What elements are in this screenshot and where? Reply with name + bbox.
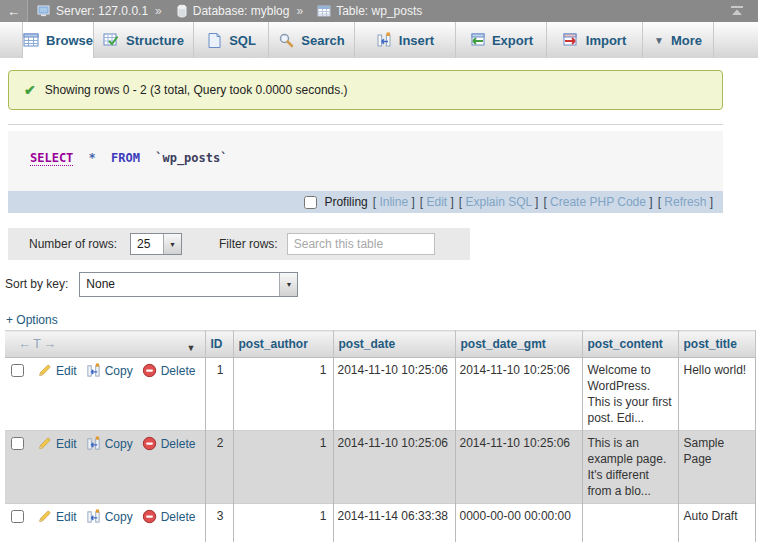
results-table: ▼ ←T→ ID post_author post_date post_date… bbox=[5, 330, 756, 542]
profiling-checkbox[interactable] bbox=[304, 196, 317, 209]
server-icon bbox=[37, 5, 51, 18]
copy-icon bbox=[86, 363, 101, 378]
section-divider bbox=[8, 124, 723, 125]
column-move-icon[interactable]: ←T→ bbox=[18, 336, 58, 351]
sort-desc-icon[interactable]: ▼ bbox=[187, 343, 196, 353]
delete-link[interactable]: Delete bbox=[142, 363, 196, 378]
tab-label: More bbox=[671, 33, 702, 48]
breadcrumb-database[interactable]: Database: myblog bbox=[193, 4, 290, 18]
breadcrumb-server[interactable]: Server: 127.0.0.1 bbox=[56, 4, 148, 18]
breadcrumb-separator: » bbox=[155, 4, 162, 18]
cell-id[interactable]: 3 bbox=[205, 504, 233, 542]
options-toggle[interactable]: + Options bbox=[6, 313, 58, 327]
browse-icon bbox=[23, 32, 39, 48]
cell-id[interactable]: 1 bbox=[205, 358, 233, 431]
sort-by-key-row: Sort by key: None ▼ bbox=[5, 271, 298, 297]
row-select-checkbox[interactable] bbox=[11, 510, 24, 523]
sql-icon bbox=[206, 32, 222, 48]
cell-post-date-gmt[interactable]: 2014-11-10 10:25:06 bbox=[455, 358, 582, 431]
cell-actions: Edit Copy Dele bbox=[5, 431, 205, 504]
rows-per-page-select[interactable]: 25 ▼ bbox=[130, 233, 182, 255]
row-select-checkbox[interactable] bbox=[11, 437, 24, 450]
cell-post-author[interactable]: 1 bbox=[233, 358, 333, 431]
rows-per-page-value: 25 bbox=[131, 234, 163, 254]
tab-more[interactable]: ▼ More bbox=[643, 22, 714, 58]
cell-post-date[interactable]: 2014-11-14 06:33:38 bbox=[333, 504, 455, 542]
collapse-icon[interactable] bbox=[729, 5, 745, 18]
structure-icon bbox=[103, 32, 119, 48]
table-row: Edit Copy Dele bbox=[5, 504, 755, 542]
cell-id[interactable]: 2 bbox=[205, 431, 233, 504]
cell-post-date[interactable]: 2014-11-10 10:25:06 bbox=[333, 431, 455, 504]
success-message: ✔ Showing rows 0 - 2 (3 total, Query too… bbox=[8, 70, 723, 110]
cell-post-date-gmt[interactable]: 2014-11-10 10:25:06 bbox=[455, 431, 582, 504]
tab-search[interactable]: Search bbox=[269, 22, 355, 58]
cell-post-title[interactable]: Auto Draft bbox=[678, 504, 755, 542]
cell-post-date[interactable]: 2014-11-10 10:25:06 bbox=[333, 358, 455, 431]
check-icon: ✔ bbox=[24, 82, 36, 98]
tab-bar: Browse Structure SQL Search bbox=[0, 22, 758, 58]
column-header-actions: ▼ ←T→ bbox=[5, 331, 205, 358]
inline-link[interactable]: Inline bbox=[379, 195, 408, 209]
sort-by-key-label: Sort by key: bbox=[5, 277, 68, 291]
edit-link[interactable]: Edit bbox=[37, 436, 77, 451]
table-header-row: ▼ ←T→ ID post_author post_date post_date… bbox=[5, 331, 755, 358]
edit-link[interactable]: Edit bbox=[37, 363, 77, 378]
chevron-down-icon: ▼ bbox=[279, 273, 297, 296]
query-toolbar: Profiling Inline Edit Explain SQL Create… bbox=[8, 191, 723, 213]
breadcrumb-table[interactable]: Table: wp_posts bbox=[336, 4, 422, 18]
refresh-link[interactable]: Refresh bbox=[664, 195, 706, 209]
tab-export[interactable]: Export bbox=[456, 22, 547, 58]
tab-insert[interactable]: Insert bbox=[355, 22, 456, 58]
sql-keyword-from: FROM bbox=[111, 151, 140, 165]
filter-rows-label: Filter rows: bbox=[219, 237, 278, 251]
tab-structure[interactable]: Structure bbox=[94, 22, 194, 58]
copy-link[interactable]: Copy bbox=[86, 509, 133, 524]
tab-label: Structure bbox=[126, 33, 184, 48]
edit-icon bbox=[37, 509, 52, 524]
copy-link[interactable]: Copy bbox=[86, 363, 133, 378]
cell-post-author[interactable]: 1 bbox=[233, 504, 333, 542]
tab-label: SQL bbox=[229, 33, 256, 48]
tab-label: Export bbox=[492, 33, 533, 48]
table-icon bbox=[317, 5, 331, 17]
sort-by-key-select[interactable]: None ▼ bbox=[79, 272, 298, 297]
back-button[interactable]: ← bbox=[0, 0, 28, 22]
search-icon bbox=[278, 32, 294, 48]
copy-link[interactable]: Copy bbox=[86, 436, 133, 451]
tab-sql[interactable]: SQL bbox=[194, 22, 269, 58]
delete-icon bbox=[142, 509, 157, 524]
column-header-post-date[interactable]: post_date bbox=[333, 331, 455, 358]
delete-link[interactable]: Delete bbox=[142, 509, 196, 524]
create-php-code-link[interactable]: Create PHP Code bbox=[550, 195, 646, 209]
copy-icon bbox=[86, 509, 101, 524]
cell-post-date-gmt[interactable]: 0000-00-00 00:00:00 bbox=[455, 504, 582, 542]
cell-post-author[interactable]: 1 bbox=[233, 431, 333, 504]
tab-browse[interactable]: Browse bbox=[22, 22, 94, 58]
column-header-id[interactable]: ID bbox=[205, 331, 233, 358]
edit-icon bbox=[37, 363, 52, 378]
sql-table-ref: `wp_posts` bbox=[155, 151, 227, 165]
edit-query-link[interactable]: Edit bbox=[426, 195, 447, 209]
edit-link[interactable]: Edit bbox=[37, 509, 77, 524]
import-icon bbox=[563, 32, 579, 48]
chevron-down-icon: ▼ bbox=[654, 35, 664, 46]
cell-post-title[interactable]: Hello world! bbox=[678, 358, 755, 431]
sql-keyword-select[interactable]: SELECT bbox=[30, 151, 73, 166]
cell-post-content[interactable] bbox=[582, 504, 678, 542]
tab-import[interactable]: Import bbox=[547, 22, 643, 58]
column-header-post-content[interactable]: post_content bbox=[582, 331, 678, 358]
filter-rows-input[interactable] bbox=[287, 233, 435, 255]
breadcrumb-separator: » bbox=[296, 4, 303, 18]
cell-post-content[interactable]: This is an example page. It's different … bbox=[582, 431, 678, 504]
cell-post-title[interactable]: Sample Page bbox=[678, 431, 755, 504]
column-header-post-author[interactable]: post_author bbox=[233, 331, 333, 358]
explain-sql-link[interactable]: Explain SQL bbox=[466, 195, 532, 209]
insert-icon bbox=[376, 32, 392, 48]
column-header-post-date-gmt[interactable]: post_date_gmt bbox=[455, 331, 582, 358]
row-select-checkbox[interactable] bbox=[11, 364, 24, 377]
chevron-down-icon: ▼ bbox=[163, 234, 181, 254]
column-header-post-title[interactable]: post_title bbox=[678, 331, 755, 358]
cell-post-content[interactable]: Welcome to WordPress. This is your first… bbox=[582, 358, 678, 431]
delete-link[interactable]: Delete bbox=[142, 436, 196, 451]
